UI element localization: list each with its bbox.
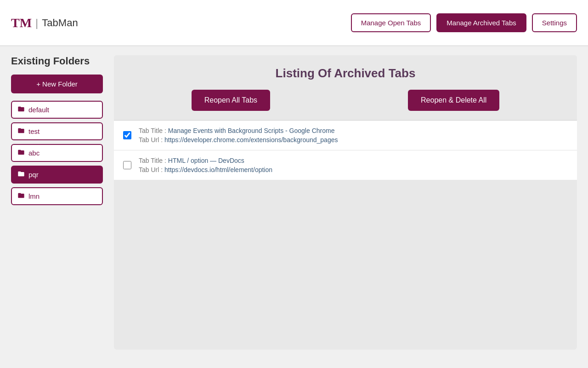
folder-label: default — [28, 106, 49, 114]
tab-url-value: https://devdocs.io/html/element/option — [164, 166, 272, 173]
tab-title-value: HTML / option — DevDocs — [168, 157, 244, 164]
tab-row: Tab Title : HTML / option — DevDocsTab U… — [114, 150, 577, 180]
bottom-actions: Delete Reopen Reopen & Close Move to — [0, 359, 588, 368]
manage-archived-tabs-button[interactable]: Manage Archived Tabs — [436, 13, 526, 32]
tab-url-line: Tab Url : https://devdocs.io/html/elemen… — [139, 166, 568, 173]
sidebar-folder-test[interactable]: test — [11, 122, 103, 140]
listing-title: Listing Of Archived Tabs — [276, 66, 416, 80]
folder-icon — [17, 127, 25, 136]
folder-label: abc — [28, 149, 40, 157]
tab-title-line: Tab Title : Manage Events with Backgroun… — [139, 127, 568, 134]
folder-list: defaulttestabcpqrlmn — [11, 101, 103, 205]
tab-info: Tab Title : HTML / option — DevDocsTab U… — [139, 157, 568, 173]
logo-appname: TabMan — [42, 17, 78, 29]
folder-filled-icon — [17, 170, 25, 179]
tab-url-label: Tab Url : — [139, 136, 164, 144]
tab-title-label: Tab Title : — [139, 127, 168, 134]
logo-tm: TM — [11, 16, 32, 30]
header: TM | TabMan Manage Open Tabs Manage Arch… — [0, 0, 588, 46]
sidebar-folder-lmn[interactable]: lmn — [11, 187, 103, 205]
sidebar-folder-abc[interactable]: abc — [11, 144, 103, 162]
tab-info: Tab Title : Manage Events with Backgroun… — [139, 127, 568, 144]
sidebar-title: Existing Folders — [11, 55, 103, 67]
tab-title-line: Tab Title : HTML / option — DevDocs — [139, 157, 568, 164]
tab-url-label: Tab Url : — [139, 166, 164, 173]
reopen-all-tabs-button[interactable]: Reopen All Tabs — [192, 90, 270, 111]
folder-icon — [17, 149, 25, 157]
tab-list: Tab Title : Manage Events with Backgroun… — [114, 121, 577, 180]
new-folder-button[interactable]: + New Folder — [11, 75, 103, 93]
reopen-delete-all-button[interactable]: Reopen & Delete All — [408, 90, 499, 111]
content-area: Listing Of Archived Tabs Reopen All Tabs… — [114, 55, 577, 350]
logo-separator: | — [35, 17, 38, 29]
manage-open-tabs-button[interactable]: Manage Open Tabs — [351, 13, 431, 32]
folder-icon — [17, 192, 25, 201]
listing-header: Listing Of Archived Tabs Reopen All Tabs… — [114, 55, 577, 121]
tab-title-label: Tab Title : — [139, 157, 168, 164]
folder-icon — [17, 105, 25, 114]
sidebar-folder-default[interactable]: default — [11, 101, 103, 119]
header-nav: Manage Open Tabs Manage Archived Tabs Se… — [351, 13, 577, 32]
tab-url-line: Tab Url : https://developer.chrome.com/e… — [139, 136, 568, 144]
tab-checkbox-0[interactable] — [123, 131, 131, 139]
tab-checkbox-1[interactable] — [123, 161, 131, 169]
sidebar-folder-pqr[interactable]: pqr — [11, 166, 103, 184]
settings-button[interactable]: Settings — [532, 13, 577, 32]
listing-actions: Reopen All Tabs Reopen & Delete All — [192, 90, 500, 111]
folder-label: test — [28, 127, 40, 135]
tab-title-value: Manage Events with Background Scripts - … — [168, 127, 335, 134]
folder-label: pqr — [28, 171, 39, 178]
tab-url-value: https://developer.chrome.com/extensions/… — [164, 136, 338, 144]
folder-label: lmn — [28, 192, 40, 200]
logo: TM | TabMan — [11, 16, 78, 30]
main-layout: Existing Folders + New Folder defaulttes… — [0, 46, 588, 359]
sidebar: Existing Folders + New Folder defaulttes… — [11, 55, 103, 350]
tab-row: Tab Title : Manage Events with Backgroun… — [114, 121, 577, 150]
